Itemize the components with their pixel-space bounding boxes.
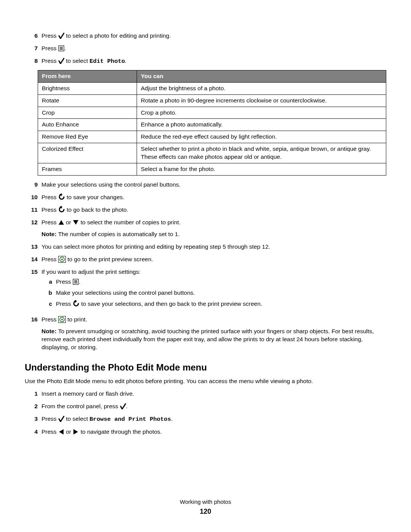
step-7: 7 Press . [25,45,386,53]
cell: Frames [38,163,137,176]
text: to select the number of copies to print. [79,219,180,225]
mono-text: Browse and Print Photos [89,416,171,423]
step-13: 13 You can select more photos for printi… [25,243,386,251]
sub-letter: a [41,278,56,286]
step-16: 16 Press to print. Note: To prevent smud… [25,316,386,351]
left-arrow-icon [58,429,64,435]
step-2: 2 From the control panel, press . [25,403,386,411]
text: . [125,58,126,64]
step-number: 7 [25,45,41,53]
step-body: Make your selections using the control p… [41,181,386,189]
step-1: 1 Insert a memory card or flash drive. [25,390,386,398]
text: Press [41,415,58,422]
table-row: Colorized EffectSelect whether to print … [38,143,386,163]
step-10: 10 Press to save your changes. [25,193,386,201]
step-number: 1 [25,390,41,398]
step-number: 13 [25,243,41,251]
text: . [64,45,66,51]
cell: Remove Red Eye [38,131,137,143]
text: to go to the print preview screen. [66,256,153,262]
cell: Auto Enhance [38,119,137,131]
step-body: Press to select Edit Photo. [41,57,386,66]
cell: Crop [38,107,137,119]
step-number: 9 [25,181,41,189]
cell: Colorized Effect [38,143,137,163]
text: Press [41,58,58,64]
step-number: 10 [25,193,41,201]
check-icon [58,416,64,422]
menu-icon [58,45,64,51]
text: From the control panel, press [41,403,120,409]
step-body: Press to go to the print preview screen. [41,256,386,264]
cell: Rotate [38,94,137,107]
substep-a: a Press . [41,278,386,286]
text: Press [56,278,73,285]
check-icon [58,58,64,64]
text: Press [41,256,58,262]
sub-body: Press . [56,278,386,286]
sub-body: Press to save your selections, and then … [56,300,386,308]
cell: Enhance a photo automatically. [137,119,386,131]
step-body: Press to select a photo for editing and … [41,32,386,40]
step-body: Press or to navigate through the photos. [41,428,386,436]
step-number: 4 [25,428,41,436]
step-14: 14 Press to go to the print preview scre… [25,256,386,264]
sub-letter: b [41,289,56,297]
check-icon [120,403,126,409]
text: to save your changes. [65,194,124,200]
text: Press [41,206,58,213]
text: to go back to the photo. [65,206,128,213]
section-intro: Use the Photo Edit Mode menu to edit pho… [25,377,386,385]
table-header: You can [137,70,386,82]
step-body: You can select more photos for printing … [41,243,386,251]
cell: Crop a photo. [137,107,386,119]
back-icon [58,206,65,213]
step-number: 8 [25,57,41,66]
text: to save your selections, and then go bac… [80,300,262,307]
steps-mid: 9 Make your selections using the control… [25,181,386,351]
text: . [171,415,172,422]
page-footer: Working with photos 120 [0,498,411,516]
cell: Reduce the red-eye effect caused by ligh… [137,131,386,143]
cell: Brightness [38,82,137,94]
section-heading: Understanding the Photo Edit Mode menu [25,361,386,374]
step-body: If you want to adjust the print settings… [41,268,386,312]
text: . [79,278,80,285]
step-9: 9 Make your selections using the control… [25,181,386,189]
text: to select [64,415,89,422]
text: or [64,428,73,435]
step-4: 4 Press or to navigate through the photo… [25,428,386,436]
substep-b: b Make your selections using the control… [41,289,386,297]
step-body: Press to save your changes. [41,193,386,201]
cell: Rotate a photo in 90-degree increments c… [137,94,386,107]
table-header: From here [38,70,137,82]
step-number: 12 [25,219,41,238]
step-number: 11 [25,206,41,214]
page: 6 Press to select a photo for editing an… [0,0,411,532]
note-text: The number of copies is automatically se… [57,231,180,237]
step-body: Press to select Browse and Print Photos. [41,415,386,423]
step-6: 6 Press to select a photo for editing an… [25,32,386,40]
text: to select a photo for editing and printi… [64,32,171,39]
right-arrow-icon [73,429,79,435]
page-number: 120 [0,507,411,516]
step-12: 12 Press or to select the number of copi… [25,219,386,238]
cell: Select a frame for the photo. [137,163,386,176]
text: Press [41,316,58,323]
step-body: Press . [41,45,386,53]
step-number: 3 [25,415,41,423]
note-label: Note: [41,328,57,334]
sub-body: Make your selections using the control p… [56,289,386,297]
note-label: Note: [41,231,57,237]
back-icon [58,193,65,200]
mono-text: Edit Photo [89,58,125,65]
steps-top: 6 Press to select a photo for editing an… [25,32,386,66]
step-body: Press to print. Note: To prevent smudgin… [41,316,386,351]
text: or [64,219,73,225]
text: Press [41,194,58,200]
step-number: 14 [25,256,41,264]
footer-text: Working with photos [0,498,411,506]
step-11: 11 Press to go back to the photo. [25,206,386,214]
text: Press [41,428,58,435]
table-row: Auto EnhanceEnhance a photo automaticall… [38,119,386,131]
